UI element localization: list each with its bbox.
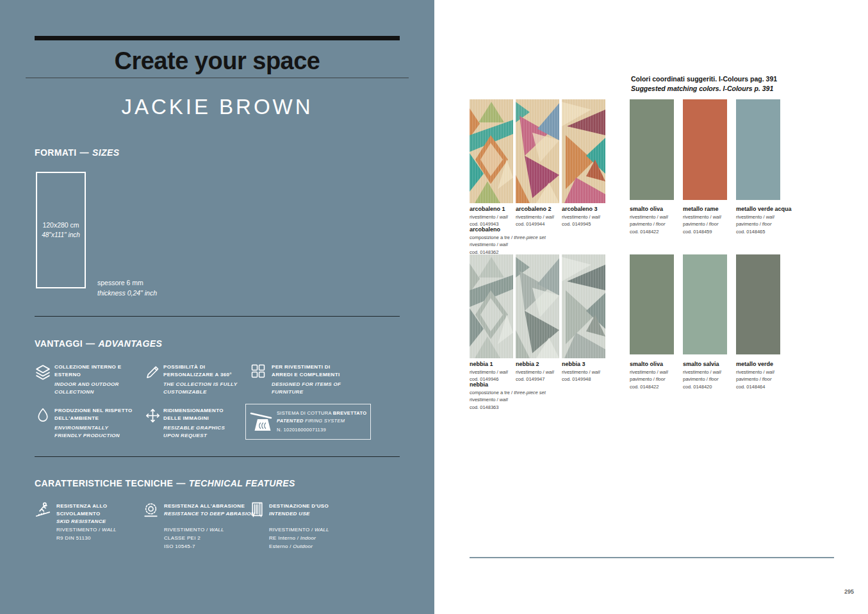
tile-size-outline: 120x280 cm 48"x111" inch	[36, 172, 86, 288]
right-page: Colori coordinati suggeriti. I-Colours p…	[434, 0, 868, 614]
colour-swatch-smalto-oliva	[630, 254, 674, 354]
feature-specs: RIVESTIMENTO / WALL R9 DIN 51130	[56, 526, 117, 542]
patent-number: N. 102016000071139	[277, 426, 366, 434]
advantage-item: RIDIMENSIONAMENTO DELLE IMMAGINI RESIZAB…	[163, 407, 242, 440]
feature-specs: RIVESTIMENTO / WALL CLASSE PEI 2 ISO 105…	[164, 526, 224, 551]
skid-resistance-icon	[35, 501, 51, 518]
colour-label: smalto oliva rivestimento / wall pavimen…	[630, 361, 668, 390]
tile-size-inch: 48"x111" inch	[42, 231, 80, 240]
colour-swatch-metallo-rame	[683, 99, 727, 200]
pencil-icon	[145, 363, 161, 380]
tagline-underline	[26, 78, 409, 78]
nebbia-tile-image	[470, 254, 605, 358]
layers-icon	[34, 363, 52, 381]
kiln-icon	[250, 410, 275, 434]
abrasion-wheel-icon	[143, 502, 159, 518]
wardrobe-icon	[249, 501, 265, 517]
tile-label-arcobaleno-2: arcobaleno 2 rivestimento / wall cod. 01…	[516, 206, 554, 228]
patent-firing-system-box: SISTEMA DI COTTURA BREVETTATO PATENTED F…	[245, 404, 371, 440]
footer-rule	[470, 557, 834, 558]
advantage-item: COLLEZIONE INTERNO E ESTERNO INDOOR AND …	[54, 363, 130, 396]
arcobaleno-tile-image	[470, 99, 605, 203]
tile-label-nebbia-2: nebbia 2 rivestimento / wall cod. 014994…	[516, 361, 554, 383]
colour-swatch-metallo-verde	[736, 254, 780, 354]
left-page: Create your space JACKIE BROWN FORMATI—S…	[0, 0, 434, 614]
colour-label: metallo verde acqua rivestimento / wall …	[736, 206, 792, 235]
colour-swatch-metallo-verde-acqua	[736, 99, 780, 200]
colour-label: smalto oliva rivestimento / wall pavimen…	[630, 206, 668, 235]
separator	[35, 316, 400, 317]
thickness-note: spessore 6 mm thickness 0,24" inch	[97, 278, 157, 299]
thickness-en: thickness 0,24" inch	[97, 288, 157, 299]
vantaggi-heading: VANTAGGI—ADVANTAGES	[35, 338, 162, 349]
patent-text: SISTEMA DI COTTURA BREVETTATO PATENTED F…	[277, 410, 366, 434]
tile-set-label-nebbia: nebbia composizione a tre / three-piece …	[470, 381, 546, 411]
advantage-item: POSSIBILITÀ DI PERSONALIZZARE A 360° THE…	[163, 363, 242, 396]
catalog-spread: Create your space JACKIE BROWN FORMATI—S…	[0, 0, 868, 614]
formati-heading: FORMATI—SIZES	[35, 147, 119, 158]
feature-item: RESISTENZA ALLO SCIVOLAMENTO SKID RESIST…	[56, 502, 130, 526]
tile-label-arcobaleno-3: arcobaleno 3 rivestimento / wall cod. 01…	[562, 206, 600, 228]
colour-label: smalto salvia rivestimento / wall pavime…	[683, 361, 721, 390]
tile-label-nebbia-1: nebbia 1 rivestimento / wall cod. 014994…	[470, 361, 508, 383]
thickness-it: spessore 6 mm	[97, 278, 157, 288]
separator	[35, 456, 400, 457]
tile-size-cm: 120x280 cm	[42, 220, 79, 231]
tile-set-label-arcobaleno: arcobaleno composizione a tre / three-pi…	[470, 226, 546, 256]
colour-swatch-smalto-oliva	[630, 99, 674, 200]
top-rule	[35, 36, 400, 40]
page-tagline: Create your space	[0, 47, 434, 75]
feature-item: RESISTENZA ALL'ABRASIONE RESISTANCE TO D…	[164, 502, 257, 518]
feature-item: DESTINAZIONE D'USO INTENDED USE	[269, 502, 349, 518]
colour-swatch-smalto-salvia	[683, 254, 727, 354]
resize-arrows-icon	[144, 407, 161, 424]
colour-label: metallo rame rivestimento / wall pavimen…	[683, 206, 721, 235]
tile-label-nebbia-3: nebbia 3 rivestimento / wall cod. 014994…	[562, 361, 600, 383]
tile-label-arcobaleno-1: arcobaleno 1 rivestimento / wall cod. 01…	[470, 206, 508, 228]
feature-specs: RIVESTIMENTO / WALL RE Interno / Indoor …	[269, 526, 329, 551]
squares-grid-icon	[250, 363, 266, 379]
page-number: 295	[844, 588, 854, 595]
matching-colours-note: Colori coordinati suggeriti. I-Colours p…	[631, 74, 777, 94]
colour-label: metallo verde rivestimento / wall pavime…	[736, 361, 774, 390]
advantage-item: PER RIVESTIMENTI DI ARREDI E COMPLEMENTI…	[272, 363, 343, 396]
advantage-item: PRODUZIONE NEL RISPETTO DELL'AMBIENTE EN…	[54, 407, 134, 440]
collection-name: JACKIE BROWN	[0, 95, 434, 119]
water-drop-icon	[35, 407, 51, 424]
tecniche-heading: CARATTERISTICHE TECNICHE—TECHNICAL FEATU…	[35, 478, 295, 488]
